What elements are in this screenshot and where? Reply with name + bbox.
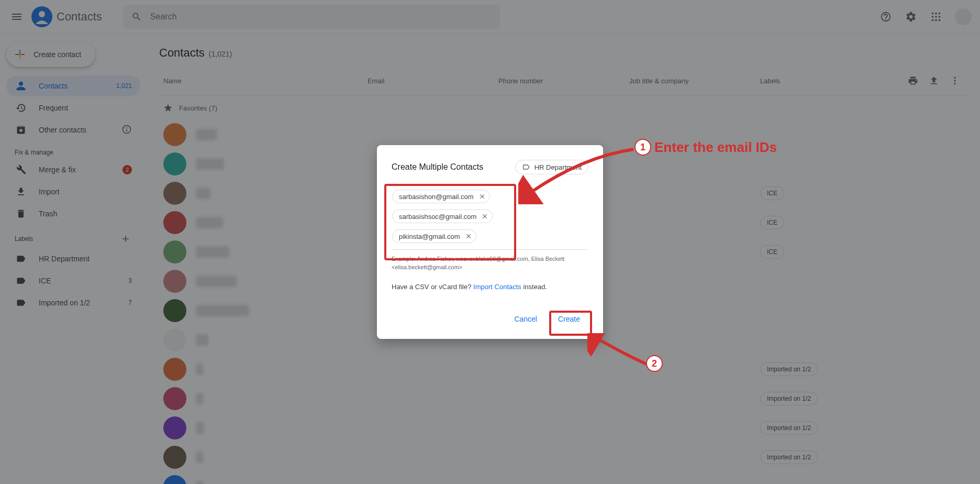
remove-chip-button[interactable]: [464, 232, 473, 240]
create-multiple-dialog: Create Multiple Contacts HR Department s…: [377, 145, 603, 339]
email-chip: pikinsta@gmail.com: [392, 229, 476, 243]
annotation-badge-1: 1: [634, 139, 651, 156]
import-prefix: Have a CSV or vCard file?: [392, 283, 473, 291]
email-chip-text: sarbasishon@gmail.com: [399, 193, 474, 201]
close-icon: [478, 193, 486, 200]
cancel-button[interactable]: Cancel: [506, 310, 545, 328]
annotation-text-1: Enter the email IDs: [654, 139, 777, 156]
email-chip: sarbasishon@gmail.com: [392, 190, 490, 203]
label-outline-icon: [522, 163, 530, 171]
remove-chip-button[interactable]: [478, 192, 486, 201]
create-button[interactable]: Create: [550, 310, 588, 328]
close-icon: [481, 213, 488, 220]
email-chip-text: pikinsta@gmail.com: [399, 233, 460, 240]
modal-scrim[interactable]: Create Multiple Contacts HR Department s…: [0, 0, 980, 484]
email-chip: sarbasishsoc@gmail.com: [392, 210, 493, 223]
remove-chip-button[interactable]: [481, 212, 489, 221]
dialog-dept-chip[interactable]: HR Department: [515, 160, 588, 174]
import-suffix: instead.: [521, 283, 547, 291]
email-chip-text: sarbasishsoc@gmail.com: [399, 213, 476, 221]
dialog-title: Create Multiple Contacts: [392, 162, 483, 172]
import-line: Have a CSV or vCard file? Import Contact…: [392, 283, 588, 291]
email-chip-area[interactable]: sarbasishon@gmail.comsarbasishsoc@gmail.…: [392, 187, 588, 250]
close-icon: [465, 233, 472, 240]
example-text: Example: Andrea Fisher, weaver.blake98@g…: [392, 255, 588, 271]
import-contacts-link[interactable]: Import Contacts: [473, 283, 521, 291]
annotation-badge-2: 2: [646, 355, 663, 372]
dialog-dept-label: HR Department: [534, 163, 582, 171]
